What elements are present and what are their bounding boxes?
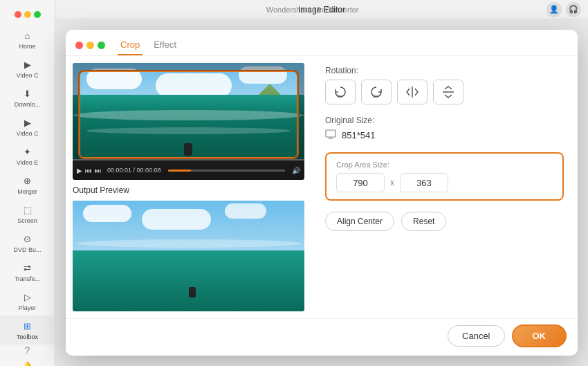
screen-icon: ⬚ (21, 203, 34, 216)
svg-text:90°: 90° (373, 94, 380, 98)
sidebar-item-label: Home (19, 43, 35, 50)
home-icon: ⌂ (21, 29, 34, 42)
sidebar-item-label: Video C (17, 72, 39, 79)
sidebar-item-dvd-burn[interactable]: ⊙ DVD Bu... (0, 228, 55, 257)
left-panel: ▶ ⏮ ⏭ 00:00:01 / 00:00:08 🔊 Output Previ… (66, 56, 311, 318)
progress-bar[interactable] (168, 170, 285, 172)
crop-separator: x (390, 178, 394, 187)
transfer-icon: ⇄ (21, 262, 34, 274)
sidebar-item-video-convert[interactable]: ▶ Video C (0, 54, 55, 83)
original-size-box: 851*541 (325, 129, 564, 141)
sidebar-item-label: Video E (17, 159, 38, 166)
original-size-section: Original Size: 851*541 (325, 116, 564, 141)
output-preview (73, 201, 304, 311)
wave-1 (73, 110, 304, 120)
flip-horizontal-button[interactable] (433, 80, 463, 104)
player-icon: ▷ (21, 291, 34, 303)
traffic-close[interactable] (15, 11, 21, 18)
reset-button[interactable]: Reset (401, 212, 446, 231)
sidebar-bottom: ? 🔔 (21, 345, 33, 366)
video-preview: ▶ ⏮ ⏭ 00:00:01 / 00:00:08 🔊 (73, 63, 304, 180)
ok-button[interactable]: OK (512, 324, 567, 347)
rotation-label: Rotation: (325, 66, 564, 75)
video-convert-icon: ▶ (21, 58, 34, 71)
download-icon: ⬇ (21, 87, 34, 100)
crop-inputs: x (336, 173, 553, 192)
sidebar-item-label: Downlo... (15, 101, 41, 108)
sidebar-item-toolbox[interactable]: ⊞ Toolbox (0, 315, 55, 345)
step-forward-button[interactable]: ⏭ (95, 167, 102, 174)
headset-icon[interactable]: 🎧 (566, 2, 581, 17)
flip-vertical-button[interactable] (397, 80, 428, 104)
close-button[interactable] (75, 42, 83, 49)
help-icon[interactable]: ? (25, 345, 30, 356)
toolbox-icon: ⊞ (21, 320, 34, 332)
cloud-2 (156, 73, 232, 98)
sidebar-item-transfer[interactable]: ⇄ Transfe... (0, 257, 55, 286)
dvd-icon: ⊙ (21, 232, 34, 245)
cloud-3 (239, 66, 287, 84)
svg-text:90°: 90° (337, 94, 344, 98)
sidebar-item-video-edit[interactable]: ✦ Video E (0, 141, 55, 170)
rotation-buttons: 90° 90° (325, 80, 564, 104)
original-size-value: 851*541 (342, 130, 375, 140)
sidebar-item-label: DVD Bu... (13, 246, 41, 253)
sidebar-item-download[interactable]: ⬇ Downlo... (0, 83, 55, 112)
dialog-title: Image Editor (298, 5, 345, 15)
svg-rect-4 (326, 130, 336, 137)
rotation-section: Rotation: 90° (325, 66, 564, 104)
sidebar-item-video-compress[interactable]: ▶ Video C (0, 112, 55, 141)
crop-area-section: Crop Area Size: x (325, 152, 564, 201)
image-editor-dialog: Crop Effect (66, 30, 578, 356)
dialog-header: Crop Effect (66, 30, 578, 56)
action-buttons: Align Center Reset (325, 212, 564, 231)
rotate-right-button[interactable]: 90° (361, 80, 392, 104)
tab-effect[interactable]: Effect (151, 35, 179, 55)
op-wave (76, 239, 301, 248)
crop-width-input[interactable] (336, 173, 385, 192)
sidebar-item-label: Player (19, 304, 37, 311)
maximize-button[interactable] (98, 42, 105, 49)
original-size-label: Original Size: (325, 116, 564, 125)
merger-icon: ⊕ (21, 174, 34, 187)
sidebar-item-merger[interactable]: ⊕ Merger (0, 170, 55, 199)
crop-height-input[interactable] (400, 173, 448, 192)
traffic-max[interactable] (34, 11, 41, 18)
size-icon (325, 129, 336, 141)
traffic-min[interactable] (24, 11, 31, 18)
sidebar-item-screen[interactable]: ⬚ Screen (0, 199, 55, 228)
op-cloud-2 (142, 209, 211, 230)
op-surfer (189, 287, 196, 298)
sidebar-item-player[interactable]: ▷ Player (0, 286, 55, 315)
align-center-button[interactable]: Align Center (325, 212, 394, 231)
dialog-footer: Cancel OK (66, 318, 578, 356)
time-display: 00:00:01 / 00:00:08 (107, 167, 161, 174)
sidebar-item-label: Transfe... (15, 275, 41, 282)
cancel-button[interactable]: Cancel (448, 325, 504, 347)
video-compress-icon: ▶ (21, 116, 34, 129)
sidebar-item-label: Toolbox (17, 333, 38, 340)
op-cloud-3 (225, 203, 266, 219)
rotate-left-button[interactable]: 90° (325, 80, 356, 104)
play-button[interactable]: ▶ (77, 167, 82, 174)
video-edit-icon: ✦ (21, 145, 34, 158)
sidebar-item-home[interactable]: ⌂ Home (0, 25, 55, 54)
step-back-button[interactable]: ⏮ (85, 167, 92, 174)
right-panel: Rotation: 90° (311, 56, 578, 318)
crop-area-label: Crop Area Size: (336, 161, 553, 169)
video-controls: ▶ ⏮ ⏭ 00:00:01 / 00:00:08 🔊 (73, 161, 304, 180)
op-cloud-1 (83, 205, 131, 222)
sidebar-item-label: Screen (17, 217, 37, 224)
progress-fill (168, 170, 192, 172)
minimize-button[interactable] (86, 42, 94, 49)
bell-icon[interactable]: 🔔 (21, 361, 33, 366)
sidebar-item-label: Merger (17, 188, 37, 195)
volume-icon[interactable]: 🔊 (292, 167, 300, 174)
cloud-1 (86, 68, 142, 89)
op-ocean (73, 250, 304, 311)
output-preview-label: Output Preview (73, 185, 304, 195)
tab-crop[interactable]: Crop (118, 35, 143, 55)
dialog-body: ▶ ⏮ ⏭ 00:00:01 / 00:00:08 🔊 Output Previ… (66, 56, 578, 318)
surfer (184, 143, 192, 156)
user-icon[interactable]: 👤 (546, 2, 562, 17)
